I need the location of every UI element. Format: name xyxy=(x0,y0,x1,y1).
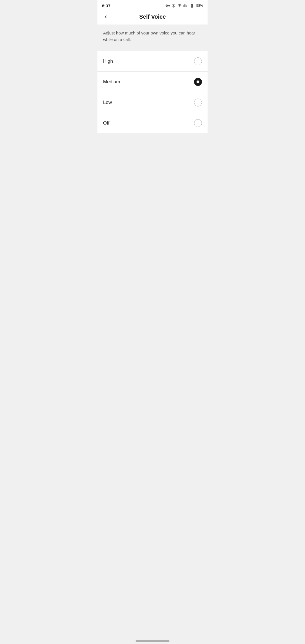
option-off-label: Off xyxy=(103,120,109,126)
radio-medium[interactable] xyxy=(194,78,202,86)
status-time: 8:37 xyxy=(102,3,110,8)
option-low[interactable]: Low xyxy=(97,92,208,113)
radio-low[interactable] xyxy=(194,99,202,106)
description-text: Adjust how much of your own voice you ca… xyxy=(103,30,202,43)
option-off[interactable]: Off xyxy=(97,113,208,133)
signal-icon xyxy=(183,3,188,8)
radio-high[interactable] xyxy=(194,57,202,65)
wifi-icon xyxy=(177,3,182,8)
radio-medium-inner xyxy=(197,80,199,83)
option-high[interactable]: High xyxy=(97,51,208,72)
options-section: High Medium Low Off xyxy=(97,51,208,133)
option-high-label: High xyxy=(103,58,113,64)
option-medium-label: Medium xyxy=(103,79,120,85)
bluetooth-icon xyxy=(171,3,176,8)
back-button[interactable] xyxy=(102,13,110,21)
status-bar: 8:37 58% xyxy=(97,0,208,10)
gray-area xyxy=(97,133,208,275)
option-low-label: Low xyxy=(103,100,112,105)
radio-off[interactable] xyxy=(194,119,202,127)
status-icons: 58% xyxy=(165,3,203,8)
back-arrow-icon xyxy=(103,14,109,20)
key-icon xyxy=(165,3,170,8)
option-medium[interactable]: Medium xyxy=(97,72,208,92)
page-header: Self Voice xyxy=(97,10,208,25)
page-title: Self Voice xyxy=(139,14,166,20)
battery-icon xyxy=(189,3,195,8)
battery-percent: 58% xyxy=(196,4,203,8)
description-section: Adjust how much of your own voice you ca… xyxy=(97,25,208,48)
